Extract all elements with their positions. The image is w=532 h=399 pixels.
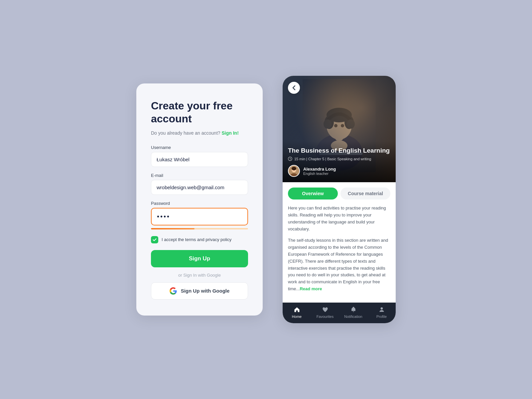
- tab-overview[interactable]: Overwiew: [288, 188, 338, 200]
- svg-point-17: [292, 167, 296, 171]
- course-body: Here you can find activities to practise…: [283, 200, 396, 303]
- password-strength-bar: [151, 228, 248, 229]
- heart-icon: [322, 306, 329, 313]
- nav-notification-label: Notification: [344, 315, 362, 319]
- bell-icon: [350, 306, 357, 313]
- google-icon: [170, 287, 177, 295]
- username-input[interactable]: [151, 152, 248, 167]
- nav-profile-label: Profile: [376, 315, 387, 319]
- course-hero: The Business of English Learning 15 min …: [283, 76, 396, 182]
- divider-text: or Sign In with Google: [151, 273, 248, 278]
- password-wrapper: [151, 208, 248, 225]
- password-group: Password: [151, 201, 248, 229]
- signup-button[interactable]: Sign Up: [151, 250, 248, 267]
- username-label: Username: [151, 145, 248, 150]
- terms-checkbox[interactable]: [151, 236, 158, 243]
- course-meta-text: 15 min | Chapter 5 | Basic Speaking and …: [294, 157, 371, 161]
- google-btn-label: Sign Up with Google: [181, 288, 230, 294]
- clock-icon: [288, 157, 292, 161]
- nav-profile[interactable]: Profile: [367, 306, 396, 319]
- google-signup-button[interactable]: Sign Up with Google: [151, 282, 248, 300]
- teacher-avatar: [288, 165, 300, 177]
- terms-row: I accept the terms and privacy policy: [151, 236, 248, 243]
- course-meta: 15 min | Chapter 5 | Basic Speaking and …: [288, 157, 390, 161]
- avatar-illustration: [289, 165, 299, 177]
- teacher-row: Alexandra Long English teacher: [288, 165, 390, 177]
- app-card: The Business of English Learning 15 min …: [283, 76, 396, 323]
- nav-notification[interactable]: Notification: [339, 306, 367, 319]
- signup-subtitle: Do you already have an account? Sign In!: [151, 130, 248, 136]
- signup-card: Create your free account Do you already …: [136, 83, 263, 316]
- password-input[interactable]: [151, 208, 248, 225]
- nav-home[interactable]: Home: [283, 306, 311, 319]
- password-label: Password: [151, 201, 248, 206]
- password-strength-fill: [151, 228, 195, 229]
- back-button[interactable]: [288, 82, 300, 94]
- course-desc-2: The self-study lessons in this section a…: [288, 237, 390, 292]
- hero-content: The Business of English Learning 15 min …: [283, 141, 396, 182]
- teacher-name: Alexandra Long: [303, 167, 336, 172]
- checkmark-icon: [152, 237, 157, 242]
- tab-row: Overwiew Course material: [283, 182, 396, 200]
- bottom-nav: Home Favourites Notification: [283, 303, 396, 323]
- signin-link[interactable]: Sign In!: [221, 130, 238, 136]
- email-label: E-mail: [151, 173, 248, 178]
- signup-title: Create your free account: [151, 99, 248, 125]
- svg-point-18: [380, 307, 383, 310]
- nav-home-label: Home: [292, 315, 302, 319]
- email-group: E-mail: [151, 173, 248, 195]
- teacher-role: English teacher: [303, 172, 336, 176]
- tab-material[interactable]: Course material: [340, 188, 390, 200]
- nav-favourites[interactable]: Favourites: [311, 306, 339, 319]
- terms-label: I accept the terms and privacy policy: [162, 237, 231, 242]
- read-more-link[interactable]: Read more: [300, 286, 322, 291]
- email-input[interactable]: [151, 180, 248, 195]
- teacher-info: Alexandra Long English teacher: [303, 167, 336, 176]
- username-group: Username: [151, 145, 248, 167]
- nav-favourites-label: Favourites: [317, 315, 333, 319]
- course-desc-1: Here you can find activities to practise…: [288, 205, 390, 232]
- chevron-left-icon: [292, 85, 296, 90]
- home-icon: [293, 306, 301, 313]
- profile-icon: [378, 306, 385, 313]
- course-title: The Business of English Learning: [288, 147, 390, 155]
